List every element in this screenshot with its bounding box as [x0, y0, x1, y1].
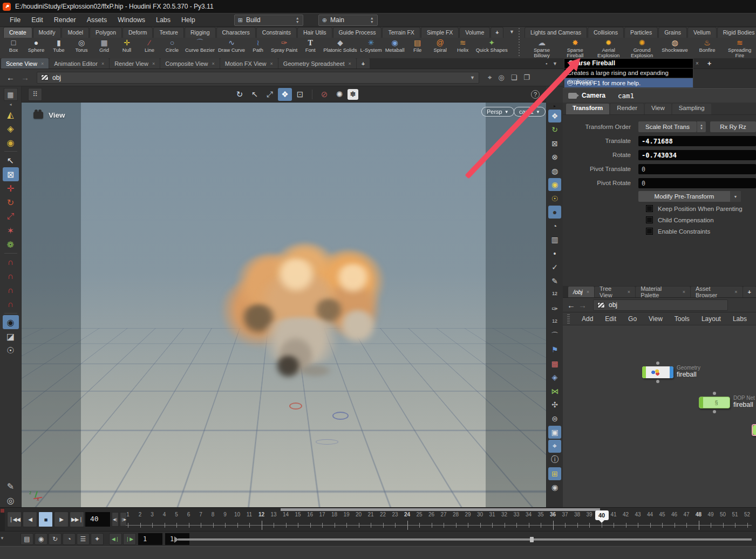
network-tab-asset-browser[interactable]: Asset Browser× [691, 287, 743, 297]
shelf-tab-hair-utils[interactable]: Hair Utils [297, 27, 332, 38]
shelf-tool-path[interactable]: ≀Path [247, 38, 269, 53]
shelf-tab-volume[interactable]: Volume [459, 27, 490, 38]
path-dropdown-icon[interactable]: ▼ [470, 75, 475, 80]
shelf-tool-bonfire[interactable]: ♨Bonfire [691, 38, 724, 53]
scale-tool-icon[interactable]: ⤢ [3, 209, 19, 223]
shelf-tool-l-system[interactable]: ✳L-System [359, 38, 384, 53]
menu-edit[interactable]: Edit [26, 15, 49, 25]
child-compensation-checkbox[interactable] [646, 216, 653, 223]
network-path-field[interactable]: obj [593, 299, 728, 311]
snap-point-icon[interactable]: ∩ [3, 283, 19, 297]
shelf-tab-simple-fx[interactable]: Simple FX [421, 27, 459, 38]
node-partial[interactable] [752, 424, 756, 436]
flipbook-render-icon[interactable]: ✺ [332, 88, 346, 101]
pivot-translate-field[interactable]: 0 [638, 164, 756, 174]
play-button[interactable]: ▶ [54, 512, 69, 527]
no-op-icon[interactable]: ⊘ [317, 88, 331, 101]
material-preview-icon[interactable]: ▥ [548, 233, 561, 246]
snapshot-b-icon[interactable]: ❐ [523, 73, 530, 82]
shelf-tool-curve-bezier[interactable]: ⌒Curve Bezier [183, 38, 216, 53]
back-arrow-icon[interactable]: ← [567, 301, 575, 310]
range-prev-button[interactable]: ◀❘ [109, 533, 122, 545]
shelf-add-tab-button[interactable]: + [491, 27, 503, 38]
pane-tab-scene-view[interactable]: Scene View× [1, 58, 49, 69]
pane-maximize-icon[interactable]: ▪ [546, 61, 547, 66]
keyframe-options-icon[interactable]: ✦ [91, 533, 104, 545]
close-tab-icon[interactable]: × [683, 289, 685, 295]
rotate-order-dropdown[interactable]: Rx Ry Rz [710, 121, 756, 132]
translate-tool-icon[interactable]: ✛ [3, 181, 19, 195]
profile-curves-icon[interactable]: ⌒ [548, 330, 561, 343]
snapshot-a-icon[interactable]: ❏ [511, 73, 517, 82]
pane-tab-composite-view[interactable]: Composite View× [160, 58, 220, 69]
jump-to-start-button[interactable]: ❘◀◀ [7, 512, 22, 527]
network-tab-tree-view[interactable]: Tree View× [595, 287, 635, 297]
uv-overlap-icon[interactable]: ▩ [548, 357, 561, 370]
overflow-arrow-icon[interactable]: ▸ [548, 103, 561, 108]
reflections-icon[interactable]: ◔ [548, 220, 561, 233]
scrub-behavior-icon[interactable]: ↻ [49, 533, 62, 545]
shelf-tool-shockwave[interactable]: ◍Shockwave [659, 38, 691, 53]
network-canvas[interactable]: Geometryfireball§DOP Netfireball [563, 325, 756, 507]
range-start-field[interactable]: 1 [138, 533, 162, 545]
close-tab-icon[interactable]: × [349, 61, 351, 66]
shelf-tool-quick-shapes[interactable]: ✦Quick Shapes [474, 38, 509, 53]
new-pane-tab-button[interactable]: + [707, 59, 712, 67]
display-options-icon[interactable]: ✽ [348, 89, 358, 100]
shelf-tool-platonic-solids[interactable]: ◆Platonic Solids [322, 38, 358, 53]
node-input-dot[interactable] [656, 362, 659, 365]
prim-numbers-icon[interactable]: ¹² [548, 316, 561, 329]
shelf-tool-null[interactable]: ✛Null [115, 38, 138, 53]
view-mode-icon[interactable]: ↻ [233, 88, 247, 101]
shelf-overflow-icon[interactable]: ▼ [509, 29, 514, 35]
network-tab-material-palette[interactable]: Material Palette× [636, 287, 690, 297]
select-visible-icon[interactable]: ◉ [3, 135, 19, 149]
shelf-tool-spreading-fire[interactable]: ≋Spreading Fire [724, 38, 756, 58]
projection-menu[interactable]: Persp▼ [481, 107, 514, 117]
display-info-icon[interactable]: ⓘ [548, 453, 561, 466]
parameter-tab-view[interactable]: View [645, 104, 671, 114]
parameter-tab-transform[interactable]: Transform [566, 104, 609, 114]
main-spinner-icon[interactable]: ▲▼ [370, 16, 374, 24]
network-menu-tools[interactable]: Tools [669, 315, 696, 323]
scene-viewport[interactable]: View Persp▼ cam1▼ zx [22, 103, 546, 507]
point-numbers-icon[interactable]: ¹² [548, 288, 561, 301]
close-tab-icon[interactable]: × [152, 61, 155, 66]
wind-display-icon[interactable]: ✣ [548, 398, 561, 411]
network-menu-view[interactable]: View [643, 315, 669, 323]
shelf-tab-grains[interactable]: Grains [658, 27, 687, 38]
menu-file[interactable]: File [4, 15, 26, 25]
shelf-tool-circle[interactable]: ○Circle [161, 38, 183, 53]
shelf-tool-line[interactable]: ∕Line [138, 38, 161, 53]
shelf-tool-ground-explosion[interactable]: ✺Ground Explosion [625, 38, 659, 58]
close-tab-icon[interactable]: × [101, 61, 104, 66]
shelf-tab-terrain-fx[interactable]: Terrain FX [382, 27, 420, 38]
network-menu-labs[interactable]: Labs [727, 315, 753, 323]
new-pane-tab-button[interactable]: + [357, 58, 370, 69]
node-input-dot[interactable] [713, 392, 716, 395]
enable-constraints-checkbox[interactable] [646, 228, 653, 235]
shelf-tab-particles[interactable]: Particles [624, 27, 658, 38]
background-image-icon[interactable]: ▣ [548, 426, 561, 439]
frame-ruler[interactable]: 1234567891011121314151617181920212223242… [126, 509, 756, 531]
shelf-tool-aerial-explosion[interactable]: ✹Aerial Explosion [592, 38, 625, 58]
menu-assets[interactable]: Assets [81, 15, 113, 25]
follow-selection-icon[interactable]: ◎ [498, 73, 504, 82]
forward-arrow-icon[interactable]: → [578, 301, 587, 310]
shelf-tool-box[interactable]: □Box [2, 38, 25, 53]
snap-combo-icon[interactable]: ∩ [3, 297, 19, 311]
network-menu-edit[interactable]: Edit [599, 315, 622, 323]
node-geometry-fireball[interactable]: Geometryfireball [642, 366, 673, 378]
keep-position-when-parenting-checkbox[interactable] [646, 205, 653, 212]
shelf-divider[interactable] [517, 28, 521, 57]
network-menu-layout[interactable]: Layout [696, 315, 727, 323]
collapse-arrow-icon[interactable]: ◂ [3, 101, 19, 107]
view-lock-icon[interactable]: ⊠ [548, 137, 561, 150]
pose-mode-icon[interactable]: ❖ [278, 88, 292, 101]
select-area-icon[interactable]: ◈ [3, 121, 19, 135]
node-output-dot[interactable] [656, 380, 659, 383]
rotate-field[interactable]: -0.743034 [638, 150, 756, 160]
prim-markers-icon[interactable]: ✑ [548, 302, 561, 315]
jump-to-end-button[interactable]: ▶▶❘ [70, 512, 84, 527]
view-tool-icon[interactable]: ◉ [3, 315, 19, 329]
